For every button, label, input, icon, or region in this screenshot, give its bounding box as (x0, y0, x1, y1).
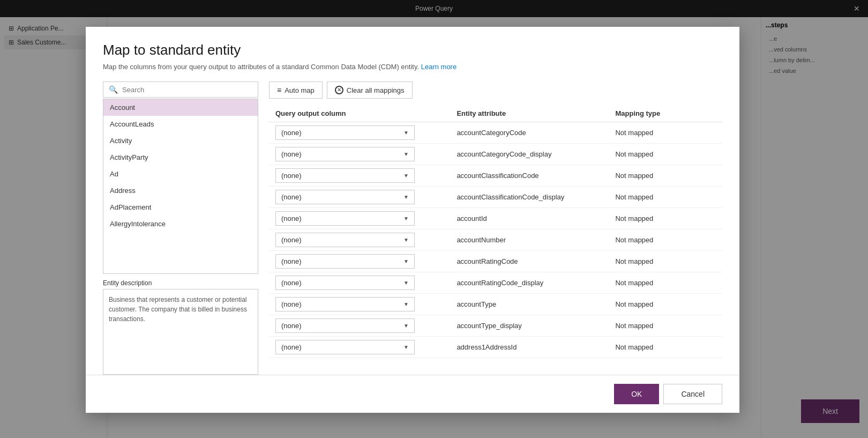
modal-title: Map to standard entity (103, 42, 722, 58)
table-row: (none) ▼ accountCategoryCode_display Not… (269, 144, 722, 165)
chevron-down-icon: ▼ (403, 344, 409, 350)
chevron-down-icon: ▼ (403, 194, 409, 200)
clear-icon: ✕ (335, 86, 343, 94)
dropdown-row9[interactable]: (none) ▼ (275, 297, 415, 311)
table-cell-attribute: accountCategoryCode_display (450, 144, 609, 165)
table-cell-attribute: accountCategoryCode (450, 122, 609, 144)
entity-description-label: Entity description (103, 279, 258, 287)
search-input[interactable] (122, 86, 252, 94)
entity-item-activityparty[interactable]: ActivityParty (103, 149, 258, 166)
dropdown-value-row7: (none) (281, 257, 302, 265)
table-cell-attribute: accountClassificationCode (450, 165, 609, 187)
table-cell-dropdown: (none) ▼ (269, 165, 450, 187)
chevron-down-icon: ▼ (403, 301, 409, 307)
dropdown-value-row10: (none) (281, 322, 302, 330)
attribute-value: accountCategoryCode (457, 129, 526, 137)
dropdown-row3[interactable]: (none) ▼ (275, 168, 415, 183)
table-cell-dropdown: (none) ▼ (269, 315, 450, 337)
attribute-value: accountCategoryCode_display (457, 150, 551, 158)
modal-header: Map to standard entity Map the columns f… (86, 27, 739, 81)
modal-subtitle: Map the columns from your query output t… (103, 63, 722, 71)
attribute-value: accountClassificationCode_display (457, 193, 564, 201)
auto-map-label: Auto map (285, 86, 315, 94)
clear-mappings-button[interactable]: ✕ Clear all mappings (327, 81, 413, 99)
table-cell-mapping: Not mapped (609, 272, 722, 294)
table-cell-dropdown: (none) ▼ (269, 187, 450, 208)
dropdown-value-row8: (none) (281, 279, 302, 287)
mapping-status: Not mapped (615, 214, 653, 222)
table-cell-dropdown: (none) ▼ (269, 208, 450, 229)
col-header-entity: Entity attribute (450, 105, 609, 122)
ok-button[interactable]: OK (614, 384, 659, 404)
table-row: (none) ▼ accountRatingCode_display Not m… (269, 272, 722, 294)
mapping-status: Not mapped (615, 300, 653, 308)
entity-panel: 🔍 Account AccountLeads Activity Activity… (103, 81, 258, 375)
dropdown-value-row1: (none) (281, 129, 302, 137)
mapping-status: Not mapped (615, 129, 653, 137)
table-cell-dropdown: (none) ▼ (269, 337, 450, 358)
mapping-status: Not mapped (615, 343, 653, 351)
entity-item-address[interactable]: Address (103, 182, 258, 199)
mapping-panel: ≡ Auto map ✕ Clear all mappings Query ou… (269, 81, 722, 375)
attribute-value: accountRatingCode (457, 257, 518, 265)
dropdown-row11[interactable]: (none) ▼ (275, 340, 415, 354)
entity-item-adplacement[interactable]: AdPlacement (103, 199, 258, 216)
dropdown-row8[interactable]: (none) ▼ (275, 276, 415, 290)
entity-item-account[interactable]: Account (103, 99, 258, 116)
chevron-down-icon: ▼ (403, 173, 409, 179)
dropdown-row7[interactable]: (none) ▼ (275, 254, 415, 269)
col-header-mapping: Mapping type (609, 105, 722, 122)
table-cell-attribute: accountType_display (450, 315, 609, 337)
table-cell-attribute: accountRatingCode_display (450, 272, 609, 294)
table-row: (none) ▼ accountRatingCode Not mapped (269, 251, 722, 272)
table-cell-dropdown: (none) ▼ (269, 251, 450, 272)
mapping-toolbar: ≡ Auto map ✕ Clear all mappings (269, 81, 722, 99)
mapping-status: Not mapped (615, 257, 653, 265)
dropdown-value-row5: (none) (281, 214, 302, 222)
attribute-value: accountNumber (457, 236, 506, 244)
mapping-status: Not mapped (615, 236, 653, 244)
dropdown-value-row3: (none) (281, 172, 302, 180)
search-box: 🔍 (103, 81, 258, 98)
auto-map-icon: ≡ (277, 86, 281, 94)
dropdown-row4[interactable]: (none) ▼ (275, 190, 415, 204)
chevron-down-icon: ▼ (403, 323, 409, 329)
dropdown-row1[interactable]: (none) ▼ (275, 125, 415, 140)
clear-mappings-label: Clear all mappings (347, 86, 405, 94)
table-row: (none) ▼ accountClassificationCode_displ… (269, 187, 722, 208)
modal-body: 🔍 Account AccountLeads Activity Activity… (86, 81, 739, 375)
table-cell-dropdown: (none) ▼ (269, 229, 450, 251)
entity-list-container: Account AccountLeads Activity ActivityPa… (103, 99, 258, 274)
auto-map-button[interactable]: ≡ Auto map (269, 81, 323, 99)
dropdown-row5[interactable]: (none) ▼ (275, 211, 415, 226)
mapping-table-body: (none) ▼ accountCategoryCode Not mapped (269, 122, 722, 358)
dropdown-row10[interactable]: (none) ▼ (275, 318, 415, 333)
dropdown-row6[interactable]: (none) ▼ (275, 233, 415, 247)
entity-list: Account AccountLeads Activity ActivityPa… (103, 99, 258, 232)
table-cell-attribute: accountNumber (450, 229, 609, 251)
entity-description-box: Business that represents a customer or p… (103, 289, 258, 375)
search-icon: 🔍 (109, 85, 118, 94)
table-row: (none) ▼ accountType Not mapped (269, 294, 722, 315)
dropdown-value-row11: (none) (281, 343, 302, 351)
attribute-value: accountRatingCode_display (457, 279, 543, 287)
chevron-down-icon: ▼ (403, 280, 409, 286)
learn-more-link[interactable]: Learn more (421, 63, 457, 71)
modal-footer: OK Cancel (86, 375, 739, 413)
table-row: (none) ▼ accountNumber Not mapped (269, 229, 722, 251)
table-cell-dropdown: (none) ▼ (269, 144, 450, 165)
entity-item-activity[interactable]: Activity (103, 132, 258, 149)
table-cell-attribute: accountType (450, 294, 609, 315)
table-cell-attribute: accountClassificationCode_display (450, 187, 609, 208)
table-row: (none) ▼ accountClassificationCode Not m… (269, 165, 722, 187)
mapping-status: Not mapped (615, 150, 653, 158)
cancel-button[interactable]: Cancel (663, 384, 722, 404)
entity-item-allergyintolerance[interactable]: AllergyIntolerance (103, 216, 258, 232)
dropdown-value-row6: (none) (281, 236, 302, 244)
mapping-status: Not mapped (615, 193, 653, 201)
attribute-value: accountClassificationCode (457, 172, 538, 180)
entity-item-ad[interactable]: Ad (103, 166, 258, 182)
entity-item-accountleads[interactable]: AccountLeads (103, 116, 258, 132)
col-header-query: Query output column (269, 105, 450, 122)
dropdown-row2[interactable]: (none) ▼ (275, 147, 415, 161)
